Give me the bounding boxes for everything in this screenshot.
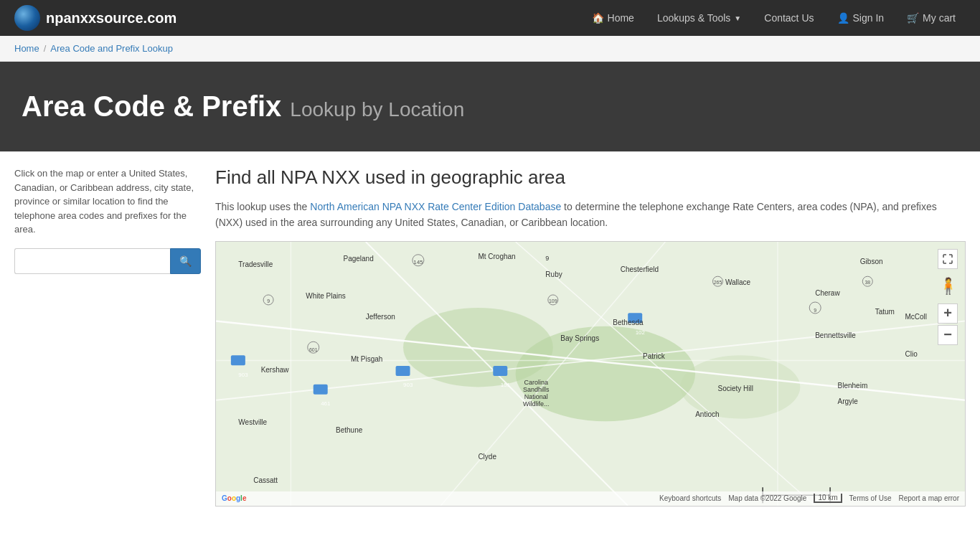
nav-cart-label: My cart bbox=[923, 12, 956, 24]
section-description: This lookup uses the North American NPA … bbox=[215, 199, 966, 231]
nav-home-label: Home bbox=[608, 12, 634, 24]
navbar: npanxxsource.com 🏠 Home Lookups & Tools … bbox=[0, 0, 980, 36]
svg-text:102: 102 bbox=[636, 329, 646, 336]
svg-text:9: 9 bbox=[814, 307, 816, 312]
svg-rect-29 bbox=[396, 366, 410, 376]
svg-text:903: 903 bbox=[238, 371, 248, 377]
map-label-gibson: Gibson bbox=[860, 258, 883, 265]
svg-rect-31 bbox=[231, 355, 245, 365]
map-label-9: 9 bbox=[545, 255, 549, 262]
section-heading: Find all NPA NXX used in geographic area bbox=[215, 166, 966, 189]
nav-contact[interactable]: Contact Us bbox=[754, 6, 824, 29]
main-content: Click on the map or enter a United State… bbox=[0, 152, 980, 521]
fullscreen-button[interactable] bbox=[938, 249, 958, 269]
left-panel-description: Click on the map or enter a United State… bbox=[14, 166, 201, 237]
fullscreen-icon bbox=[943, 254, 953, 264]
nav-signin-label: Sign In bbox=[853, 12, 885, 24]
map-bottom-bar: Google Keyboard shortcuts Map data ©2022… bbox=[216, 491, 965, 506]
left-panel: Click on the map or enter a United State… bbox=[14, 166, 215, 507]
brand-link[interactable]: npanxxsource.com bbox=[14, 5, 176, 31]
map-label-mtpisgah: Mt Pisgah bbox=[351, 355, 382, 363]
svg-point-1 bbox=[403, 308, 553, 387]
map-attribution-right: Keyboard shortcuts Map data ©2022 Google… bbox=[659, 494, 959, 503]
map-label-patrick: Patrick bbox=[643, 352, 665, 360]
hero-heading: Area Code & Prefix Lookup by Location bbox=[22, 90, 958, 123]
map-label-antioch: Antioch bbox=[695, 410, 719, 418]
nav-links: 🏠 Home Lookups & Tools ▼ Contact Us 👤 Si… bbox=[582, 6, 966, 29]
svg-text:145: 145 bbox=[413, 259, 423, 265]
svg-text:903: 903 bbox=[403, 382, 413, 388]
breadcrumb-separator: / bbox=[44, 43, 47, 54]
google-logo: Google bbox=[222, 494, 246, 502]
home-icon: 🏠 bbox=[592, 12, 604, 24]
svg-rect-33 bbox=[314, 385, 328, 395]
map-label-westville: Westville bbox=[238, 418, 267, 426]
zoom-out-button[interactable]: − bbox=[938, 325, 958, 345]
hero-title: Area Code & Prefix bbox=[22, 90, 281, 123]
svg-text:9: 9 bbox=[267, 298, 270, 303]
map-label-mccoll: McColl bbox=[905, 313, 927, 321]
svg-text:109: 109 bbox=[549, 298, 557, 303]
search-icon: 🔍 bbox=[179, 255, 192, 267]
map-label-clio: Clio bbox=[905, 350, 917, 358]
map-label-tatum: Tatum bbox=[875, 308, 895, 316]
svg-text:265: 265 bbox=[714, 280, 722, 285]
search-row: 🔍 bbox=[14, 248, 201, 274]
pegman-button[interactable]: 🧍 bbox=[938, 273, 958, 299]
dropdown-icon: ▼ bbox=[734, 14, 741, 22]
map-label-blenheim: Blenheim bbox=[838, 382, 868, 390]
nav-lookups[interactable]: Lookups & Tools ▼ bbox=[647, 6, 751, 29]
map-label-clyde: Clyde bbox=[478, 453, 496, 461]
report-link[interactable]: Report a map error bbox=[899, 494, 959, 502]
map-label-bennettsville: Bennettsville bbox=[815, 331, 856, 339]
svg-rect-27 bbox=[493, 366, 507, 376]
keyboard-shortcuts-link[interactable]: Keyboard shortcuts bbox=[659, 494, 721, 502]
brand-name: npanxxsource.com bbox=[46, 10, 176, 27]
nav-lookups-label: Lookups & Tools bbox=[657, 12, 730, 24]
map-label-bethune: Bethune bbox=[336, 426, 362, 434]
breadcrumb-current: Area Code and Prefix Lookup bbox=[50, 43, 173, 54]
nav-cart[interactable]: 🛒 My cart bbox=[897, 6, 966, 29]
nav-contact-label: Contact Us bbox=[764, 12, 814, 24]
database-link[interactable]: North American NPA NXX Rate Center Editi… bbox=[310, 201, 561, 212]
hero-section: Area Code & Prefix Lookup by Location bbox=[0, 62, 980, 151]
map-label-kershaw: Kershaw bbox=[261, 366, 289, 374]
svg-text:38: 38 bbox=[864, 280, 870, 285]
map-label-whiteplains: White Plains bbox=[306, 292, 346, 300]
map-label-tradesville: Tradesville bbox=[238, 260, 273, 268]
map-label-bethesda: Bethesda bbox=[613, 319, 643, 326]
map-container[interactable]: 145 265 109 9 601 38 9 102 bbox=[215, 241, 966, 507]
terms-link[interactable]: Terms of Use bbox=[849, 494, 892, 502]
pegman-icon: 🧍 bbox=[938, 277, 958, 296]
map-label-carolina: CarolinaSandhillsNationalWildlife... bbox=[523, 379, 550, 408]
map-label-argyle: Argyle bbox=[838, 397, 858, 405]
breadcrumb-bar: Home / Area Code and Prefix Lookup bbox=[0, 36, 980, 62]
hero-subtitle: Lookup by Location bbox=[290, 98, 464, 121]
map-label-chesterfield: Chesterfield bbox=[621, 265, 659, 273]
svg-text:601: 601 bbox=[309, 347, 318, 352]
map-attribution-left: Google bbox=[222, 494, 246, 502]
nav-home[interactable]: 🏠 Home bbox=[582, 6, 644, 29]
map-label-ruby: Ruby bbox=[545, 270, 562, 278]
map-data-label: Map data ©2022 Google bbox=[728, 494, 806, 502]
svg-text:461: 461 bbox=[321, 400, 331, 407]
map-label-cheraw: Cheraw bbox=[815, 289, 839, 297]
desc-start: This lookup uses the bbox=[215, 201, 310, 212]
globe-icon bbox=[14, 5, 40, 31]
map-label-societyhill: Society Hill bbox=[717, 385, 753, 392]
map-label-wallace: Wallace bbox=[725, 278, 750, 286]
map-label-mtcroghan: Mt Croghan bbox=[478, 253, 515, 260]
search-button[interactable]: 🔍 bbox=[170, 248, 201, 274]
zoom-in-button[interactable]: + bbox=[938, 303, 958, 324]
user-icon: 👤 bbox=[837, 12, 849, 24]
map-label-jefferson: Jefferson bbox=[366, 313, 395, 321]
breadcrumb: Home / Area Code and Prefix Lookup bbox=[14, 43, 966, 54]
cart-icon: 🛒 bbox=[907, 12, 919, 24]
nav-signin[interactable]: 👤 Sign In bbox=[827, 6, 895, 29]
scale-label: 10 km bbox=[814, 494, 842, 503]
breadcrumb-home[interactable]: Home bbox=[14, 43, 39, 54]
map-label-baysprings: Bay Springs bbox=[560, 334, 599, 342]
map-controls: 🧍 + − bbox=[938, 249, 958, 345]
location-search-input[interactable] bbox=[14, 248, 170, 274]
map-roads-svg: 145 265 109 9 601 38 9 102 bbox=[216, 242, 965, 506]
